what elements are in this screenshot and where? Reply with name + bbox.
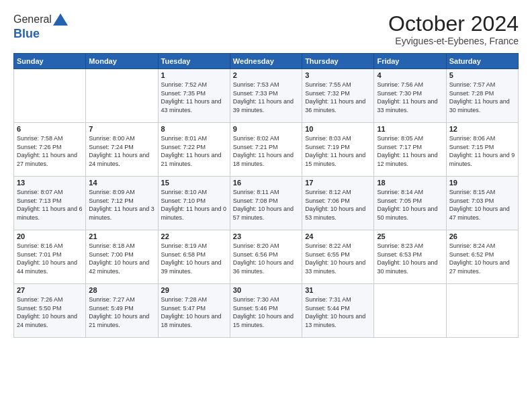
day-content: Sunrise: 8:00 AMSunset: 7:24 PMDaylight:… — [89, 134, 154, 168]
calendar-cell: 26Sunrise: 8:24 AMSunset: 6:52 PMDayligh… — [446, 230, 518, 284]
calendar-cell: 30Sunrise: 7:30 AMSunset: 5:46 PMDayligh… — [230, 284, 302, 338]
day-content: Sunrise: 8:15 AMSunset: 7:03 PMDaylight:… — [449, 188, 515, 222]
day-content: Sunrise: 8:14 AMSunset: 7:05 PMDaylight:… — [377, 188, 443, 222]
calendar-cell: 10Sunrise: 8:03 AMSunset: 7:19 PMDayligh… — [302, 123, 374, 177]
day-content: Sunrise: 8:24 AMSunset: 6:52 PMDaylight:… — [449, 242, 515, 275]
header-row: Sunday Monday Tuesday Wednesday Thursday… — [14, 54, 519, 69]
day-number: 15 — [161, 179, 227, 187]
day-number: 11 — [377, 125, 443, 133]
day-number: 8 — [161, 125, 227, 133]
day-content: Sunrise: 8:19 AMSunset: 6:58 PMDaylight:… — [161, 242, 227, 275]
title-block: October 2024 Eyvigues-et-Eybenes, France — [388, 12, 519, 46]
calendar-cell — [374, 284, 446, 338]
day-number: 20 — [17, 232, 83, 240]
col-monday: Monday — [86, 54, 158, 69]
day-content: Sunrise: 8:09 AMSunset: 7:12 PMDaylight:… — [89, 188, 154, 222]
col-sunday: Sunday — [14, 54, 86, 69]
day-number: 5 — [449, 71, 515, 79]
day-number: 23 — [233, 232, 299, 240]
calendar-cell: 29Sunrise: 7:28 AMSunset: 5:47 PMDayligh… — [158, 284, 230, 338]
calendar-cell: 11Sunrise: 8:05 AMSunset: 7:17 PMDayligh… — [374, 123, 446, 177]
day-number: 29 — [161, 286, 227, 294]
day-content: Sunrise: 8:05 AMSunset: 7:17 PMDaylight:… — [377, 134, 443, 168]
logo-general-text: General — [13, 13, 52, 26]
calendar-cell: 17Sunrise: 8:12 AMSunset: 7:06 PMDayligh… — [302, 177, 374, 230]
calendar-cell: 6Sunrise: 7:58 AMSunset: 7:26 PMDaylight… — [14, 123, 86, 177]
day-number: 30 — [233, 286, 299, 294]
day-number: 13 — [17, 179, 83, 187]
day-content: Sunrise: 8:20 AMSunset: 6:56 PMDaylight:… — [233, 242, 299, 275]
calendar-cell: 23Sunrise: 8:20 AMSunset: 6:56 PMDayligh… — [230, 230, 302, 284]
day-content: Sunrise: 8:22 AMSunset: 6:55 PMDaylight:… — [305, 242, 371, 275]
calendar-cell: 20Sunrise: 8:16 AMSunset: 7:01 PMDayligh… — [14, 230, 86, 284]
day-number: 4 — [377, 71, 443, 79]
day-content: Sunrise: 8:11 AMSunset: 7:08 PMDaylight:… — [233, 188, 299, 222]
calendar-cell — [86, 69, 158, 123]
col-friday: Friday — [374, 54, 446, 69]
calendar-cell: 14Sunrise: 8:09 AMSunset: 7:12 PMDayligh… — [86, 177, 158, 230]
week-row-4: 20Sunrise: 8:16 AMSunset: 7:01 PMDayligh… — [14, 230, 519, 284]
day-content: Sunrise: 8:18 AMSunset: 7:00 PMDaylight:… — [89, 242, 154, 275]
day-number: 6 — [17, 125, 83, 133]
calendar-cell: 3Sunrise: 7:55 AMSunset: 7:32 PMDaylight… — [302, 69, 374, 123]
calendar-cell: 22Sunrise: 8:19 AMSunset: 6:58 PMDayligh… — [158, 230, 230, 284]
month-title: October 2024 — [388, 12, 519, 36]
day-content: Sunrise: 7:26 AMSunset: 5:50 PMDaylight:… — [17, 295, 83, 329]
calendar-cell: 25Sunrise: 8:23 AMSunset: 6:53 PMDayligh… — [374, 230, 446, 284]
calendar-cell: 21Sunrise: 8:18 AMSunset: 7:00 PMDayligh… — [86, 230, 158, 284]
calendar-cell: 9Sunrise: 8:02 AMSunset: 7:21 PMDaylight… — [230, 123, 302, 177]
day-content: Sunrise: 7:52 AMSunset: 7:35 PMDaylight:… — [161, 81, 227, 114]
calendar-cell: 4Sunrise: 7:56 AMSunset: 7:30 PMDaylight… — [374, 69, 446, 123]
week-row-5: 27Sunrise: 7:26 AMSunset: 5:50 PMDayligh… — [14, 284, 519, 338]
calendar-cell: 5Sunrise: 7:57 AMSunset: 7:28 PMDaylight… — [446, 69, 518, 123]
day-number: 3 — [305, 71, 371, 79]
calendar-cell: 13Sunrise: 8:07 AMSunset: 7:13 PMDayligh… — [14, 177, 86, 230]
day-content: Sunrise: 7:55 AMSunset: 7:32 PMDaylight:… — [305, 81, 371, 114]
day-number: 1 — [161, 71, 227, 79]
calendar-cell: 24Sunrise: 8:22 AMSunset: 6:55 PMDayligh… — [302, 230, 374, 284]
calendar-cell: 7Sunrise: 8:00 AMSunset: 7:24 PMDaylight… — [86, 123, 158, 177]
week-row-2: 6Sunrise: 7:58 AMSunset: 7:26 PMDaylight… — [14, 123, 519, 177]
day-number: 16 — [233, 179, 299, 187]
day-number: 21 — [89, 232, 154, 240]
day-content: Sunrise: 7:31 AMSunset: 5:44 PMDaylight:… — [305, 295, 371, 329]
calendar-cell: 18Sunrise: 8:14 AMSunset: 7:05 PMDayligh… — [374, 177, 446, 230]
week-row-1: 1Sunrise: 7:52 AMSunset: 7:35 PMDaylight… — [14, 69, 519, 123]
day-number: 28 — [89, 286, 154, 294]
day-content: Sunrise: 7:58 AMSunset: 7:26 PMDaylight:… — [17, 134, 83, 168]
day-number: 19 — [449, 179, 515, 187]
day-content: Sunrise: 7:28 AMSunset: 5:47 PMDaylight:… — [161, 295, 227, 329]
calendar-cell: 31Sunrise: 7:31 AMSunset: 5:44 PMDayligh… — [302, 284, 374, 338]
calendar-cell: 28Sunrise: 7:27 AMSunset: 5:49 PMDayligh… — [86, 284, 158, 338]
day-content: Sunrise: 8:06 AMSunset: 7:15 PMDaylight:… — [449, 134, 515, 168]
day-number: 27 — [17, 286, 83, 294]
calendar-table: Sunday Monday Tuesday Wednesday Thursday… — [13, 53, 519, 338]
calendar-cell: 2Sunrise: 7:53 AMSunset: 7:33 PMDaylight… — [230, 69, 302, 123]
day-content: Sunrise: 7:53 AMSunset: 7:33 PMDaylight:… — [233, 81, 299, 114]
calendar-cell: 19Sunrise: 8:15 AMSunset: 7:03 PMDayligh… — [446, 177, 518, 230]
col-tuesday: Tuesday — [158, 54, 230, 69]
day-number: 17 — [305, 179, 371, 187]
col-thursday: Thursday — [302, 54, 374, 69]
day-number: 26 — [449, 232, 515, 240]
day-content: Sunrise: 7:27 AMSunset: 5:49 PMDaylight:… — [89, 295, 154, 329]
calendar-cell: 8Sunrise: 8:01 AMSunset: 7:22 PMDaylight… — [158, 123, 230, 177]
day-number: 31 — [305, 286, 371, 294]
calendar-cell: 15Sunrise: 8:10 AMSunset: 7:10 PMDayligh… — [158, 177, 230, 230]
location: Eyvigues-et-Eybenes, France — [388, 36, 519, 46]
day-content: Sunrise: 7:56 AMSunset: 7:30 PMDaylight:… — [377, 81, 443, 114]
day-content: Sunrise: 8:07 AMSunset: 7:13 PMDaylight:… — [17, 188, 83, 222]
day-content: Sunrise: 8:23 AMSunset: 6:53 PMDaylight:… — [377, 242, 443, 275]
day-number: 25 — [377, 232, 443, 240]
col-wednesday: Wednesday — [230, 54, 302, 69]
day-number: 7 — [89, 125, 154, 133]
day-content: Sunrise: 7:30 AMSunset: 5:46 PMDaylight:… — [233, 295, 299, 329]
day-content: Sunrise: 8:03 AMSunset: 7:19 PMDaylight:… — [305, 134, 371, 168]
logo-icon — [53, 12, 68, 27]
day-content: Sunrise: 8:16 AMSunset: 7:01 PMDaylight:… — [17, 242, 83, 275]
day-number: 10 — [305, 125, 371, 133]
day-number: 9 — [233, 125, 299, 133]
calendar-cell — [14, 69, 86, 123]
day-number: 2 — [233, 71, 299, 79]
day-content: Sunrise: 8:10 AMSunset: 7:10 PMDaylight:… — [161, 188, 227, 222]
